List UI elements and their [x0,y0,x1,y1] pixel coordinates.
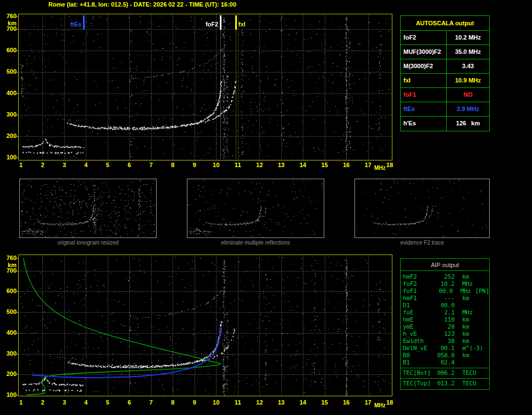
aip-row-foF1: foF100.0MHz[PN] [401,287,489,295]
aip-param-value: 123 [434,330,455,337]
autoscala-param-value: 10.2 MHz [447,31,489,45]
x-tick-label: 16 [343,162,350,168]
aip-param-unit [458,302,478,309]
y-tick-label: 700 [2,267,16,274]
y-tick-mark [15,51,18,51]
autoscala-param-value: NO [447,88,489,102]
y-tick-label: 500 [2,68,16,75]
aip-row-DelN_vE: DelN_vE00.1m^(-3) [401,345,489,352]
x-tick-label: 13 [278,162,285,168]
autoscala-param-label: foF2 [401,31,447,45]
y-tick-label: 500 [2,308,16,315]
y-tick-mark [15,16,18,17]
aip-row-hmF2: hmF2252km [401,273,489,280]
aip-param-name: TEC[Top] [403,380,434,387]
y-tick-mark [15,158,18,158]
aip-param-value: 110 [434,316,455,323]
aip-param-value: --- [434,295,455,302]
x-tick-label: 12 [256,399,263,406]
x-tick-label: 12 [256,162,263,168]
thumbnail-caption-evidence: evidence F2 trace [354,240,490,246]
aip-param-unit: km [458,352,478,359]
x-tick-label: 10 [213,399,219,406]
aip-row-hmF1: hmF1---km [401,295,489,302]
autoscala-row-foF1: foF1NO [401,88,489,102]
aip-param-value: 006.2 [434,369,455,377]
y-tick-label: 760 [2,13,16,19]
aip-param-unit [458,359,478,366]
x-tick-label: 8 [171,162,174,168]
aip-param-name: hmF1 [403,295,434,302]
aip-param-unit: km [458,273,478,280]
aip-row-Ewidth: Ewidth38km [401,337,489,345]
aip-param-name: hmE [403,316,434,323]
y-tick-mark [15,291,18,292]
aip-param-name: hmF2 [403,273,434,280]
aip-param-unit: MHz [458,280,478,287]
aip-param-tag [478,309,489,316]
aip-row-TEC[Bot]: TEC[Bot]006.2TECU [401,368,489,377]
autoscala-window: { "header": { "title": "Rome (lat: +41.8… [0,0,532,415]
thumbnail-eliminate-reflections [187,179,324,238]
aip-param-value: 02.4 [434,359,455,366]
aip-row-ymE: ymE20km [401,323,489,330]
x-tick-label: 5 [106,399,109,406]
x-tick-label: 16 [343,399,350,406]
y-tick-label: 200 [2,370,16,377]
aip-param-unit: km [458,323,478,330]
x-tick-label: 9 [193,162,196,168]
aip-row-foE: foE2.1MHz [401,309,489,316]
autoscala-row-M(3000)F2: M(3000)F23.43 [401,59,489,74]
aip-param-unit: km [458,316,478,323]
marker-label-foF2: foF2 [206,21,218,27]
y-tick-label: 600 [2,47,16,53]
aip-param-value: 2.1 [434,309,455,316]
aip-param-name: h_vE [403,330,434,337]
aip-param-name: TEC[Bot] [403,369,434,377]
aip-param-name: foF2 [403,280,434,287]
aip-param-name: foE [403,309,434,316]
aip-output-title: AIP output [401,259,489,271]
autoscala-param-label: ftEs [401,102,447,116]
thumbnail-original-ionogram [19,179,157,238]
thumbnail-evidence-f2 [354,179,490,238]
aip-param-unit: TECU [458,369,478,377]
aip-param-tag [478,337,489,345]
bottom-x-axis-unit: MHz [374,402,386,408]
aip-rows: hmF2252kmfoF210.2MHzfoF100.0MHz[PN]hmF1-… [401,273,489,387]
bottom-ionogram-canvas [18,254,392,396]
x-tick-label: 2 [41,399,44,406]
autoscala-param-label: M(3000)F2 [401,59,447,73]
x-tick-label: 10 [213,162,219,168]
autoscala-output-table: AUTOSCALA output foF210.2 MHzMUF(3000)F2… [400,15,490,131]
aip-param-unit: MHz [456,287,475,295]
autoscala-row-MUF(3000)F2: MUF(3000)F235.0 MHz [401,45,489,59]
aip-param-tag [478,295,489,302]
x-tick-label: 1 [19,399,23,406]
autoscala-param-label: fxI [401,74,447,87]
aip-param-value: 252 [434,273,455,280]
y-tick-label: 100 [2,154,16,161]
x-tick-label: 15 [321,162,328,168]
aip-param-name: B1 [403,359,434,366]
autoscala-param-value: 3.43 [447,59,489,73]
aip-param-tag [478,345,489,352]
autoscala-param-label: MUF(3000)F2 [401,45,447,59]
window-title: Rome (lat: +41.8, lon: 012.5) - DATE: 20… [48,1,236,8]
x-tick-label: 7 [149,162,153,168]
aip-param-value: 20 [434,323,455,330]
aip-param-tag: [PN] [475,287,489,295]
aip-param-unit: MHz [458,309,478,316]
aip-param-tag [478,273,489,280]
aip-output-table: AIP output hmF2252kmfoF210.2MHzfoF100.0M… [400,258,490,390]
aip-param-tag [478,330,489,337]
y-tick-label: 400 [2,329,16,336]
aip-param-name: B0 [403,352,434,359]
x-tick-label: 14 [300,399,306,406]
x-tick-label: 6 [128,162,131,168]
aip-param-value: 00.0 [434,302,455,309]
aip-param-value: 058.0 [434,352,455,359]
thumbnail-caption-eliminate: eliminate multiple reflections [187,240,324,246]
y-tick-label: 700 [2,25,16,32]
x-tick-label: 3 [63,162,66,168]
